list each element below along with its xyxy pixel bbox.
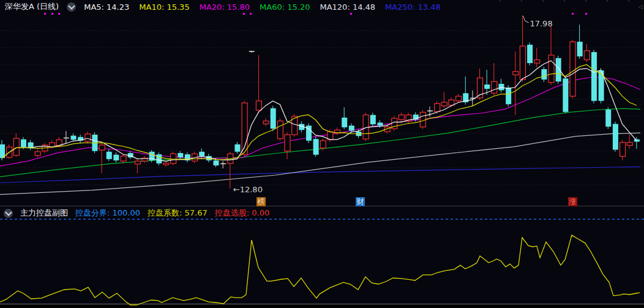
watermark-cai: 财	[356, 197, 365, 206]
subpanel-field-1: 控盘系数: 57.67	[148, 208, 208, 219]
subpanel-title: 主力控盘副图	[20, 208, 68, 219]
ma-label-MA120: MA120: 14.48	[320, 2, 375, 12]
stock-title: 深华发A (日线)	[5, 1, 59, 12]
subpanel-legend: 控盘分界: 100.00控盘系数: 57.67控盘选股: 0.00	[75, 208, 269, 219]
subpanel-header: 主力控盘副图 控盘分界: 100.00控盘系数: 57.67控盘选股: 0.00	[0, 208, 269, 219]
subpanel-field-2: 控盘选股: 0.00	[215, 208, 269, 219]
subpanel-chevron-icon[interactable]	[4, 209, 13, 218]
panel-collapse-arrow-icon[interactable]: ◁	[638, 4, 643, 10]
collapse-chevron-icon[interactable]	[67, 2, 76, 12]
watermark-bang: 榜	[256, 197, 266, 206]
ma-label-MA10: MA10: 15.35	[139, 2, 189, 12]
low-price-label: ←12.80	[233, 185, 263, 194]
subpanel-field-0: 控盘分界: 100.00	[75, 208, 140, 219]
chart-canvas[interactable]	[0, 0, 644, 308]
ma-label-MA5: MA5: 14.23	[84, 2, 129, 12]
high-price-label: 17.98	[530, 19, 552, 28]
ma-label-MA250: MA250: 13.48	[385, 2, 441, 12]
ma-label-MA20: MA20: 15.80	[200, 2, 250, 12]
ma-label-MA60: MA60: 15.20	[260, 2, 310, 12]
main-chart-header: 深华发A (日线) MA5: 14.23MA10: 15.35MA20: 15.…	[0, 0, 644, 13]
watermark-zhang: 涨	[568, 197, 577, 206]
ma-legend: MA5: 14.23MA10: 15.35MA20: 15.80MA60: 15…	[84, 2, 441, 12]
stock-chart-window: 深华发A (日线) MA5: 14.23MA10: 15.35MA20: 15.…	[0, 0, 644, 308]
